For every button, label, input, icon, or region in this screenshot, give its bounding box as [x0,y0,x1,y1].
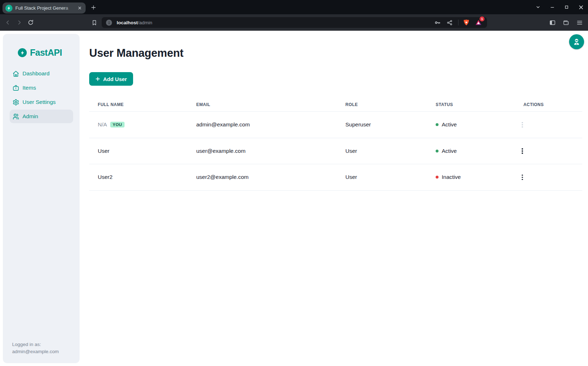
site-info-icon[interactable] [106,20,112,26]
window-minimize-icon[interactable] [549,4,555,10]
url-path: /admin [138,20,152,25]
table-row: User user@example.com User Active [89,138,582,165]
cell-role: User [337,164,427,190]
sidebar-item-label: User Settings [22,99,56,105]
table-header-row: Full Name Email Role Status Actions [89,98,582,112]
sidebar-item-label: Admin [22,113,38,120]
lightning-logo-icon [18,48,27,57]
briefcase-icon [12,85,19,91]
add-user-button[interactable]: Add User [89,72,133,86]
forward-button[interactable] [14,17,24,27]
status-dot [436,123,439,126]
main-content: User Management Add User Full Name Email… [89,31,582,191]
lightning-favicon-icon [5,5,12,12]
cell-status: Inactive [427,164,515,190]
toolbar-divider [458,20,458,25]
menu-icon[interactable] [574,17,584,27]
window-maximize-icon[interactable] [564,4,569,10]
logged-in-footer: Logged in as: admin@example.com [12,341,59,355]
logged-in-label: Logged in as: [12,341,59,348]
url-text: localhost/admin [117,20,152,25]
sidebar-nav: Dashboard Items User Settings Admin [3,67,80,123]
row-actions-menu-icon[interactable] [518,146,527,156]
cell-email: user2@example.com [188,164,337,190]
cell-email: user@example.com [188,138,337,164]
sidebar-item-admin[interactable]: Admin [10,110,73,123]
logged-in-email: admin@example.com [12,348,59,355]
tab-close-icon[interactable] [76,5,83,11]
browser-toolbar: localhost/admin 1 [0,14,588,31]
row-actions-menu-icon[interactable] [518,120,527,129]
cell-email: admin@example.com [188,112,337,138]
password-key-icon[interactable] [433,18,442,27]
header-role: Role [337,98,427,111]
browser-dropdown-icon[interactable] [535,4,541,10]
brave-rewards-icon[interactable]: 1 [474,18,483,27]
logo-text: FastAPI [30,47,62,58]
cell-role: User [337,138,427,164]
browser-titlebar: Full Stack Project Genera [0,0,588,14]
bookmark-icon[interactable] [89,17,99,27]
header-email: Email [188,98,337,111]
users-icon [12,113,19,120]
header-status: Status [427,98,515,111]
window-close-icon[interactable] [578,4,584,10]
sidebar-item-label: Dashboard [22,70,50,77]
status-dot [436,176,439,179]
cell-full-name: User [89,138,188,164]
wallet-icon[interactable] [561,17,571,27]
rewards-notification-badge: 1 [480,16,485,21]
header-actions: Actions [515,98,582,111]
row-actions-menu-icon[interactable] [518,172,527,182]
browser-tab[interactable]: Full Stack Project Genera [2,2,86,14]
new-tab-button[interactable] [89,3,98,12]
sidebar-item-dashboard[interactable]: Dashboard [10,67,73,80]
plus-icon [95,76,100,81]
table-row: User2 user2@example.com User Inactive [89,164,582,191]
cell-status: Active [427,112,515,138]
reload-button[interactable] [26,17,36,27]
cell-actions [515,164,582,190]
table-row: N/A YOU admin@example.com Superuser Acti… [89,112,582,138]
users-table: Full Name Email Role Status Actions N/A … [89,98,582,191]
back-button[interactable] [3,17,13,27]
url-host: localhost [117,20,138,25]
status-dot [436,150,439,152]
sidebar-panel-icon[interactable] [547,17,557,27]
sidebar-item-user-settings[interactable]: User Settings [10,95,73,109]
gear-icon [12,99,19,106]
cell-status: Active [427,138,515,164]
address-bar[interactable]: localhost/admin 1 [102,17,487,28]
share-icon[interactable] [445,18,454,27]
cell-role: Superuser [337,112,427,138]
sidebar: FastAPI Dashboard Items User Settings [3,34,80,363]
add-user-label: Add User [103,76,127,82]
you-badge: YOU [110,122,125,127]
fastapi-logo: FastAPI [18,47,80,58]
cell-full-name: User2 [89,164,188,190]
page-title: User Management [89,47,582,60]
cell-actions [515,138,582,164]
sidebar-item-items[interactable]: Items [10,81,73,95]
brave-shield-icon[interactable] [462,18,471,27]
home-icon [12,70,19,77]
cell-full-name: N/A YOU [89,112,188,138]
app-content: FastAPI Dashboard Items User Settings [0,31,588,366]
tab-title: Full Stack Project Genera [15,5,74,11]
cell-actions [515,112,582,138]
header-full-name: Full Name [89,98,188,111]
sidebar-item-label: Items [22,85,36,91]
